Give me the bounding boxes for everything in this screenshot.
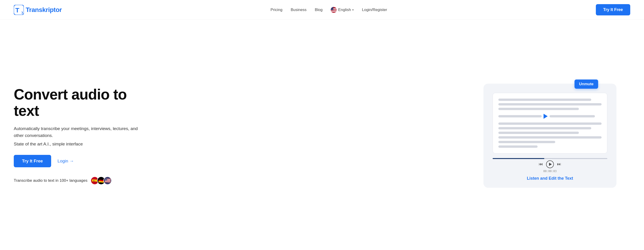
header: T Transkriptor Pricing Business Blog bbox=[0, 0, 644, 20]
transcript-line-5 bbox=[498, 127, 591, 129]
nav-pricing[interactable]: Pricing bbox=[270, 8, 282, 12]
timestamp: 00:00:03 bbox=[543, 170, 556, 173]
transcript-line-7 bbox=[498, 136, 602, 139]
transcript-card bbox=[493, 93, 607, 154]
nav-business[interactable]: Business bbox=[290, 8, 306, 12]
player-controls: ⏮ ⏭ bbox=[539, 160, 561, 168]
nav-blog[interactable]: Blog bbox=[315, 8, 322, 12]
svg-rect-10 bbox=[331, 7, 333, 10]
hero-title: Convert audio to text bbox=[14, 86, 142, 119]
logo[interactable]: T Transkriptor bbox=[14, 5, 62, 15]
transcript-line-1 bbox=[498, 99, 591, 101]
logo-icon: T bbox=[14, 5, 24, 15]
languages-label: Transcribe audio to text in 100+ languag… bbox=[14, 178, 88, 183]
arrow-right-icon: → bbox=[70, 159, 74, 164]
forward-button[interactable]: ⏭ bbox=[557, 162, 561, 167]
play-pause-button[interactable] bbox=[546, 160, 554, 168]
hero-description: Automatically transcribe your meetings, … bbox=[14, 125, 142, 139]
transcript-line-4 bbox=[498, 122, 602, 125]
main-nav: Pricing Business Blog English bbox=[270, 7, 387, 13]
hero-actions: Try It Free Login → bbox=[14, 155, 142, 167]
svg-rect-9 bbox=[331, 12, 337, 13]
transcript-lines bbox=[498, 99, 602, 148]
hero-demo-right: Unmute bbox=[470, 84, 630, 188]
hero-content-left: Convert audio to text Automatically tran… bbox=[14, 86, 151, 185]
language-flags: 🇪🇸 🇩🇪 🇺🇸 bbox=[90, 176, 112, 185]
svg-rect-7 bbox=[331, 10, 337, 11]
forward-icon: ⏭ bbox=[557, 162, 561, 167]
hero-tagline: State of the art A.I., simple interface bbox=[14, 142, 142, 147]
unmute-button[interactable]: Unmute bbox=[574, 79, 598, 89]
play-cursor-row bbox=[498, 114, 602, 119]
play-circle-icon bbox=[546, 160, 554, 168]
transcript-line-9 bbox=[498, 146, 538, 148]
hero-section: Convert audio to text Automatically tran… bbox=[0, 20, 644, 250]
transcript-line-3 bbox=[498, 108, 579, 110]
login-register-link[interactable]: Login/Register bbox=[362, 8, 387, 12]
logo-wordmark: Transkriptor bbox=[26, 6, 62, 14]
play-triangle-icon bbox=[549, 163, 552, 166]
progress-played bbox=[493, 158, 544, 159]
hero-languages: Transcribe audio to text in 100+ languag… bbox=[14, 176, 142, 185]
flag-english: 🇺🇸 bbox=[104, 176, 112, 185]
try-it-free-button-hero[interactable]: Try It Free bbox=[14, 155, 51, 167]
transcript-line-8 bbox=[498, 141, 555, 143]
svg-rect-8 bbox=[331, 11, 337, 12]
chevron-down-icon: ▾ bbox=[352, 8, 354, 12]
transcript-line-6 bbox=[498, 132, 579, 134]
progress-remaining bbox=[544, 158, 607, 159]
login-link-hero[interactable]: Login → bbox=[58, 159, 74, 164]
rewind-button[interactable]: ⏮ bbox=[539, 162, 543, 167]
try-it-free-button-header[interactable]: Try It Free bbox=[596, 4, 630, 15]
play-cursor-icon bbox=[544, 114, 548, 119]
language-label: English bbox=[338, 8, 351, 12]
language-selector[interactable]: English ▾ bbox=[331, 7, 354, 13]
line-after-cursor bbox=[550, 115, 595, 117]
rewind-icon: ⏮ bbox=[539, 162, 543, 167]
svg-text:T: T bbox=[15, 7, 19, 14]
line-before-cursor bbox=[498, 115, 542, 117]
transcript-line-2 bbox=[498, 103, 602, 105]
audio-player: ⏮ ⏭ 00:00:03 bbox=[493, 158, 607, 173]
demo-container: Unmute bbox=[484, 84, 616, 188]
progress-track[interactable] bbox=[493, 158, 607, 159]
flag-icon bbox=[331, 7, 337, 13]
listen-edit-label: Listen and Edit the Text bbox=[493, 176, 607, 181]
